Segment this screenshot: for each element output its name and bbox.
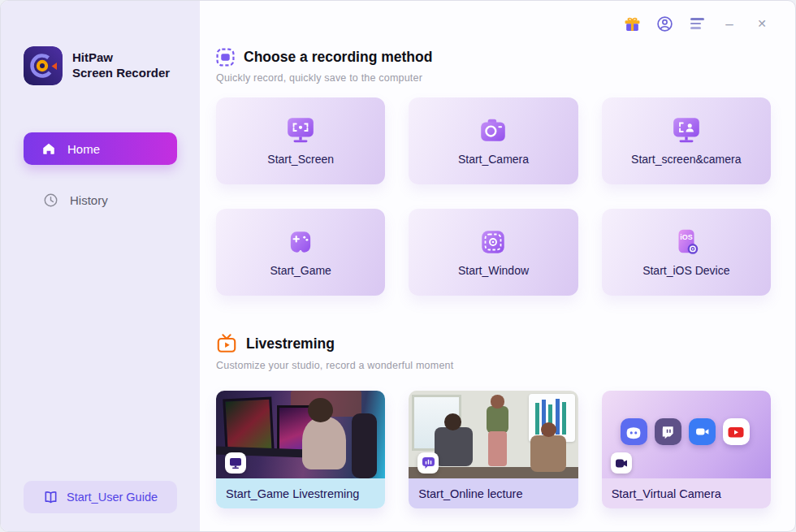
gift-icon bbox=[624, 15, 641, 32]
camera-record-icon bbox=[478, 116, 508, 145]
hitpaw-logo-icon bbox=[24, 46, 63, 85]
start-window-card[interactable]: Start_Window bbox=[409, 209, 578, 296]
online-lecture-label: Start_Online lecture bbox=[409, 478, 578, 508]
livestream-card-grid: Start_Game Livestreming bbox=[216, 391, 771, 508]
sidebar-history-label: History bbox=[70, 193, 108, 207]
livestream-section-header: Livestreming bbox=[216, 333, 771, 354]
monitor-badge bbox=[225, 452, 246, 474]
livestream-section-title: Livestreming bbox=[246, 335, 335, 353]
account-icon bbox=[656, 15, 673, 32]
account-button[interactable] bbox=[655, 15, 673, 32]
screen-record-icon bbox=[285, 116, 316, 145]
recording-section-subtitle: Quickly record, quickly save to the comp… bbox=[216, 72, 771, 84]
gift-button[interactable] bbox=[623, 15, 641, 32]
game-record-icon bbox=[285, 227, 316, 257]
ios-device-icon: iOS bbox=[671, 227, 702, 257]
svg-text:iOS: iOS bbox=[680, 233, 692, 241]
app-window: HitPaw Screen Recorder Home History Star… bbox=[0, 0, 796, 532]
close-icon: ✕ bbox=[757, 18, 767, 29]
window-record-icon bbox=[478, 227, 508, 257]
lecture-chat-icon bbox=[422, 456, 435, 469]
livestream-section-subtitle: Customize your studio, record a wonderfu… bbox=[216, 360, 771, 371]
main-content: – ✕ Choose a recording method Quickly re… bbox=[200, 1, 795, 531]
game-livestream-photo bbox=[216, 391, 385, 478]
sidebar-item-home[interactable]: Home bbox=[24, 132, 177, 165]
recording-section-header: Choose a recording method bbox=[216, 48, 771, 67]
video-camera-icon bbox=[615, 458, 628, 469]
user-guide-label: Start_User Guide bbox=[67, 491, 158, 504]
clock-icon bbox=[43, 192, 58, 208]
sidebar-item-history[interactable]: History bbox=[24, 186, 177, 214]
sidebar: HitPaw Screen Recorder Home History Star… bbox=[1, 1, 200, 531]
start-window-label: Start_Window bbox=[458, 264, 529, 277]
recording-card-grid: Start_Screen Start_Camera bbox=[216, 97, 771, 296]
start-screen-camera-label: Start_screen&camera bbox=[631, 153, 741, 166]
start-screen-card[interactable]: Start_Screen bbox=[216, 97, 385, 184]
user-guide-button[interactable]: Start_User Guide bbox=[24, 481, 177, 513]
start-camera-card[interactable]: Start_Camera bbox=[409, 97, 578, 184]
discord-icon bbox=[621, 418, 647, 445]
app-logo-row: HitPaw Screen Recorder bbox=[24, 46, 177, 85]
virtual-camera-graphic bbox=[602, 391, 771, 478]
twitch-icon bbox=[655, 418, 681, 445]
start-ios-device-card[interactable]: iOS Start_iOS Device bbox=[602, 209, 771, 296]
open-book-icon bbox=[43, 490, 58, 505]
start-screen-label: Start_Screen bbox=[267, 153, 334, 166]
virtual-camera-card[interactable]: Start_Virtual Camera bbox=[602, 391, 771, 508]
close-button[interactable]: ✕ bbox=[753, 15, 771, 32]
minimize-button[interactable]: – bbox=[720, 15, 738, 32]
game-livestream-label: Start_Game Livestreming bbox=[216, 478, 385, 508]
virtual-camera-label: Start_Virtual Camera bbox=[602, 478, 771, 508]
virtual-camera-badge bbox=[611, 452, 632, 474]
start-ios-device-label: Start_iOS Device bbox=[642, 264, 729, 277]
online-lecture-card[interactable]: Start_Online lecture bbox=[409, 391, 578, 508]
start-game-card[interactable]: Start_Game bbox=[216, 209, 385, 296]
game-livestream-card[interactable]: Start_Game Livestreming bbox=[216, 391, 385, 508]
recording-section-title: Choose a recording method bbox=[244, 49, 432, 66]
sidebar-home-label: Home bbox=[67, 142, 100, 156]
start-screen-camera-card[interactable]: Start_screen&camera bbox=[602, 97, 771, 184]
start-game-label: Start_Game bbox=[270, 264, 331, 277]
menu-icon bbox=[690, 18, 704, 28]
zoom-icon bbox=[689, 418, 716, 445]
tv-livestream-icon bbox=[216, 333, 237, 354]
screen-camera-icon bbox=[671, 116, 702, 145]
minimize-icon: – bbox=[725, 17, 733, 31]
lecture-badge bbox=[417, 452, 439, 474]
sidebar-spacer bbox=[24, 214, 177, 481]
youtube-icon bbox=[723, 418, 750, 445]
menu-button[interactable] bbox=[688, 15, 706, 32]
titlebar-controls: – ✕ bbox=[216, 1, 771, 43]
online-lecture-photo bbox=[409, 391, 578, 478]
screen-capture-icon bbox=[216, 48, 235, 67]
start-camera-label: Start_Camera bbox=[458, 153, 529, 166]
home-icon bbox=[41, 141, 56, 156]
app-name: HitPaw Screen Recorder bbox=[72, 50, 170, 81]
monitor-icon bbox=[229, 457, 242, 469]
